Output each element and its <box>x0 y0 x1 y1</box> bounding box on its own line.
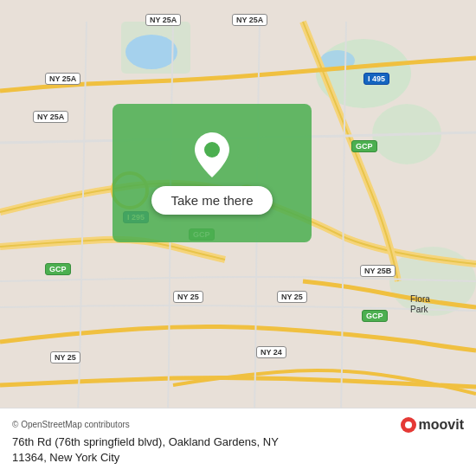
svg-point-9 <box>204 142 220 158</box>
bottom-bar-top: © OpenStreetMap contributors moovit <box>12 417 464 433</box>
moovit-dot-icon <box>401 417 416 433</box>
map-container: NY 25A NY 25A NY 25A NY 25A I 495 I 295 … <box>0 0 476 476</box>
road-label-ny25-3: NY 25 <box>50 351 80 363</box>
address-line1: 76th Rd (76th springfield blvd), Oakland… <box>12 434 464 450</box>
road-label-gcp-1: GCP <box>351 140 377 152</box>
road-label-ny25-2: NY 25 <box>277 291 307 303</box>
road-label-ny25-1: NY 25 <box>173 291 203 303</box>
take-me-there-button[interactable]: Take me there <box>151 186 272 215</box>
road-label-i495: I 495 <box>363 73 389 85</box>
road-label-ny25b: NY 25B <box>360 265 396 277</box>
road-label-ny25a-4: NY 25A <box>33 111 68 123</box>
flora-park-label: FloraPark <box>410 294 430 315</box>
svg-point-5 <box>125 35 177 69</box>
road-label-gcp-3: GCP <box>45 263 71 275</box>
bottom-bar: © OpenStreetMap contributors moovit 76th… <box>0 408 476 476</box>
road-label-ny25a-3: NY 25A <box>45 73 80 85</box>
app-container: NY 25A NY 25A NY 25A NY 25A I 495 I 295 … <box>0 0 476 476</box>
svg-point-10 <box>405 421 412 428</box>
road-label-ny25a-1: NY 25A <box>145 14 181 26</box>
road-label-gcp-4: GCP <box>362 310 388 322</box>
osm-attribution: © OpenStreetMap contributors <box>12 420 130 429</box>
moovit-brand-name: moovit <box>419 417 464 433</box>
road-label-ny25a-2: NY 25A <box>232 14 267 26</box>
moovit-logo: moovit <box>401 417 464 433</box>
location-pin-icon <box>195 132 229 177</box>
take-me-there-overlay: Take me there <box>113 104 312 242</box>
map-background: NY 25A NY 25A NY 25A NY 25A I 495 I 295 … <box>0 0 476 476</box>
road-label-ny24: NY 24 <box>256 346 286 358</box>
address-line2: 11364, New York City <box>12 450 464 466</box>
